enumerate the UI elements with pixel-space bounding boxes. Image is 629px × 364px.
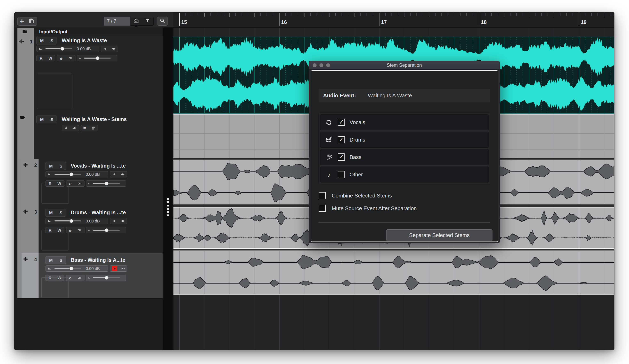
stem-checkbox[interactable]: ✓ <box>338 136 345 143</box>
stereo-icon <box>77 276 81 280</box>
record-monitor-chip[interactable] <box>62 125 79 131</box>
check-icon: ✓ <box>339 154 344 160</box>
record-icon[interactable] <box>112 172 117 176</box>
stem-row-vocals[interactable]: ✓Vocals <box>320 114 489 130</box>
record-monitor-chip[interactable] <box>110 171 127 178</box>
svg-text:18: 18 <box>481 19 487 25</box>
option-row-combine[interactable]: Combine Selected Stems <box>318 192 392 199</box>
check-icon: ✓ <box>339 119 344 125</box>
pan-slider-knob[interactable] <box>96 56 99 60</box>
dialog-titlebar[interactable]: Stem Separation <box>309 61 500 70</box>
read-write-chip[interactable]: RW <box>36 55 55 61</box>
volume-icon <box>48 219 51 223</box>
track-number: 3 <box>31 209 37 215</box>
mute-solo-group[interactable]: MS <box>45 162 66 170</box>
write-button[interactable]: W <box>48 56 52 60</box>
mute-button[interactable]: M <box>40 38 44 43</box>
filter-icon[interactable] <box>145 18 151 24</box>
folder-icon <box>22 29 28 34</box>
record-icon[interactable] <box>64 126 68 130</box>
record-enable-button[interactable] <box>112 266 117 271</box>
monitor-icon[interactable] <box>121 267 125 271</box>
track-name: Vocals - Waiting Is ...te <box>71 163 126 169</box>
timeline-ruler[interactable]: 1516171819 <box>173 12 614 28</box>
read-button[interactable]: R <box>40 56 43 60</box>
mute-solo-group[interactable]: MS <box>45 209 66 216</box>
solo-button[interactable]: S <box>59 258 62 262</box>
stem-row-drums[interactable]: ✓Drums <box>320 132 489 148</box>
monitor-icon[interactable] <box>73 126 77 130</box>
mute-button[interactable]: M <box>49 211 53 215</box>
grid-top-strip <box>173 28 614 37</box>
home-icon[interactable] <box>133 18 139 25</box>
edit-stereo-chip[interactable]: e <box>57 55 75 61</box>
mute-button[interactable]: M <box>40 117 44 122</box>
volume-db-value: 0.00 dB <box>77 47 91 51</box>
audio-event-field: Audio Event: Waiting Is A Waste <box>318 89 490 102</box>
track-name: Waiting Is A Waste - Stems <box>62 116 127 122</box>
pan-slider-knob[interactable] <box>105 182 109 185</box>
audio-event-bass[interactable] <box>173 251 614 294</box>
check-icon: ✓ <box>339 136 344 143</box>
group-edit-chip[interactable]: = <box>81 125 98 131</box>
folder-strip <box>17 206 21 253</box>
monitor-icon[interactable] <box>121 172 125 176</box>
track-picture-box[interactable] <box>41 183 69 204</box>
solo-button[interactable]: S <box>50 38 53 43</box>
add-track-button[interactable]: + <box>20 18 24 25</box>
volume-slider-knob[interactable] <box>69 173 73 176</box>
stem-label: Other <box>349 172 363 178</box>
edit-channel-button[interactable]: e <box>69 228 72 233</box>
track-preset-glyph <box>28 18 35 24</box>
solo-button[interactable]: S <box>59 211 62 215</box>
stem-checkbox[interactable]: ✓ <box>338 153 345 161</box>
search-button[interactable] <box>157 17 168 26</box>
record-monitor-chip[interactable] <box>101 46 118 52</box>
mute-button[interactable]: M <box>49 258 53 262</box>
warp-icon[interactable] <box>91 126 95 130</box>
track-picture-box[interactable] <box>37 74 72 109</box>
mute-button[interactable]: M <box>49 164 53 168</box>
home-glyph <box>133 18 139 24</box>
monitor-icon[interactable] <box>112 47 116 51</box>
mute-solo-group[interactable]: MS <box>45 256 66 264</box>
mute-solo-group[interactable]: MS <box>36 115 57 123</box>
track-name: Bass - Waiting Is A...te <box>71 257 125 263</box>
monitor-icon[interactable] <box>121 219 125 223</box>
track-list: Input/Output1MSWaiting Is A Waste0.00 dB… <box>14 27 173 350</box>
stem-checkbox[interactable] <box>338 171 345 178</box>
group-edit-icon[interactable]: = <box>83 126 86 130</box>
solo-button[interactable]: S <box>59 164 62 168</box>
stem-row-bass[interactable]: ✓Bass <box>320 149 489 165</box>
volume-slider-knob[interactable] <box>69 219 73 223</box>
volume-slider-knob[interactable] <box>69 267 73 271</box>
track-picture-box[interactable] <box>41 277 69 298</box>
pan-slider-knob[interactable] <box>105 276 109 279</box>
edit-channel-button[interactable]: e <box>69 182 72 186</box>
edit-channel-button[interactable]: e <box>60 56 63 60</box>
option-row-mute-source[interactable]: Mute Source Event After Separation <box>318 205 417 212</box>
record-icon[interactable] <box>112 219 117 223</box>
volume-slider-knob[interactable] <box>60 47 64 51</box>
track-picture-box[interactable] <box>41 230 69 251</box>
record-monitor-chip[interactable] <box>110 218 127 224</box>
record-icon[interactable] <box>103 47 107 51</box>
mute-solo-group[interactable]: MS <box>36 37 57 44</box>
audio-waveform-icon <box>23 162 28 168</box>
separate-selected-stems-button[interactable]: Separate Selected Stems <box>386 229 492 241</box>
stem-checkbox[interactable]: ✓ <box>338 119 345 126</box>
option-checkbox[interactable] <box>318 192 326 199</box>
volume-slider-fill <box>54 174 71 175</box>
track-list-divider[interactable] <box>162 27 173 350</box>
pan-icon <box>88 276 91 279</box>
pan-slider-knob[interactable] <box>105 228 109 232</box>
stem-row-other[interactable]: ♪Other <box>320 167 489 182</box>
volume-icon <box>48 173 51 176</box>
option-checkbox[interactable] <box>318 205 326 212</box>
edit-channel-button[interactable]: e <box>69 276 72 280</box>
bass-clef-icon <box>325 154 332 161</box>
track-icon-cell <box>17 35 34 112</box>
track-preset-icon[interactable] <box>28 18 35 25</box>
solo-button[interactable]: S <box>50 117 53 122</box>
record-monitor-chip[interactable] <box>110 266 127 272</box>
